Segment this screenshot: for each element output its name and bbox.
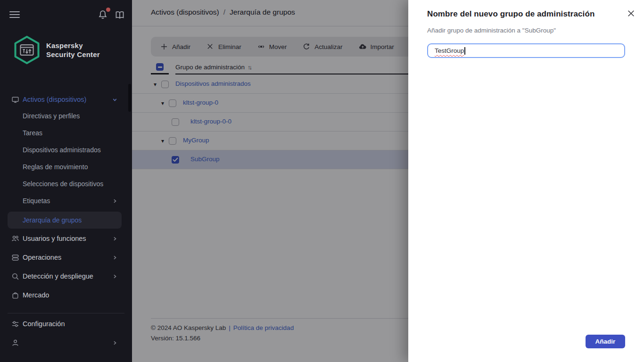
sidebar: Kaspersky Security Center Activos (dispo… bbox=[0, 0, 132, 362]
move-icon bbox=[257, 43, 265, 50]
row-checkbox[interactable] bbox=[161, 81, 169, 88]
move-button[interactable]: Mover bbox=[257, 43, 287, 50]
header-divider bbox=[132, 26, 408, 26]
table-row: ▾ kltst-group-0 bbox=[132, 94, 408, 113]
group-link[interactable]: kltst-group-0-0 bbox=[190, 118, 231, 125]
close-icon[interactable] bbox=[625, 8, 636, 19]
sidebar-item-selecciones-de-dispositivos[interactable]: Selecciones de dispositivos bbox=[0, 175, 132, 192]
hamburger-menu-icon[interactable] bbox=[9, 9, 20, 20]
x-icon bbox=[206, 43, 214, 50]
add-submit-button[interactable]: Añadir bbox=[586, 335, 625, 348]
sidebar-scrollbar-thumb[interactable] bbox=[128, 84, 131, 112]
sidebar-item-usuarios-y-funciones[interactable]: Usuarios y funciones bbox=[0, 231, 132, 246]
sliders-settings-icon bbox=[11, 320, 19, 328]
copyright-text: © 2024 AO Kaspersky Lab bbox=[151, 324, 226, 331]
expand-arrow-icon[interactable]: ▾ bbox=[154, 81, 157, 88]
row-checkbox[interactable] bbox=[172, 118, 179, 126]
kaspersky-logo: Kaspersky Security Center bbox=[13, 35, 100, 65]
sidebar-item-user-account[interactable] bbox=[0, 335, 132, 350]
sidebar-item-directivas-y-perfiles[interactable]: Directivas y perfiles bbox=[0, 107, 132, 124]
group-name-input[interactable]: TestGroup bbox=[427, 43, 625, 58]
app-title: Kaspersky Security Center bbox=[46, 41, 100, 59]
chevron-right-icon bbox=[112, 236, 118, 242]
drawer-title: Nombre del nuevo grupo de administración bbox=[427, 9, 614, 19]
documentation-book-icon[interactable] bbox=[115, 10, 125, 20]
version-text: Versión: 15.1.566 bbox=[151, 335, 294, 342]
group-link[interactable]: SubGroup bbox=[190, 156, 220, 163]
breadcrumb: Activos (dispositivos)/Jerarquía de grup… bbox=[151, 8, 295, 16]
main-content: Activos (dispositivos)/Jerarquía de grup… bbox=[132, 0, 408, 362]
header-underline bbox=[175, 74, 408, 74]
sidebar-item-dispositivos-administrados[interactable]: Dispositivos administrados bbox=[0, 141, 132, 158]
table-header: Grupo de administración↑↓ bbox=[132, 61, 408, 74]
page-footer: © 2024 AO Kaspersky Lab|Política de priv… bbox=[151, 324, 294, 342]
group-tree-table: ▾ Dispositivos administrados ▾ kltst-gro… bbox=[132, 75, 408, 169]
sort-icon[interactable]: ↑↓ bbox=[248, 64, 251, 71]
sidebar-item-reglas-de-movimiento[interactable]: Reglas de movimiento bbox=[0, 158, 132, 175]
sidebar-item-tareas[interactable]: Tareas bbox=[0, 124, 132, 141]
column-header-grupo-administracion[interactable]: Grupo de administración↑↓ bbox=[175, 64, 251, 71]
group-link[interactable]: MyGroup bbox=[183, 137, 209, 144]
chevron-right-icon bbox=[112, 198, 118, 204]
app-window: Kaspersky Security Center Activos (dispo… bbox=[0, 0, 644, 362]
sidebar-divider bbox=[8, 313, 124, 313]
notification-badge bbox=[106, 8, 110, 12]
cloud-upload-icon bbox=[359, 43, 366, 50]
table-row: ▾ MyGroup bbox=[132, 132, 408, 150]
toolbar: Añadir Eliminar Mover bbox=[151, 37, 408, 57]
footer-divider bbox=[151, 318, 408, 319]
select-all-checkbox-indeterminate[interactable] bbox=[156, 63, 164, 71]
privacy-policy-link[interactable]: Política de privacidad bbox=[233, 324, 294, 331]
delete-button[interactable]: Eliminar bbox=[206, 43, 241, 50]
group-link[interactable]: Dispositivos administrados bbox=[175, 80, 251, 87]
sidebar-item-configuracion[interactable]: Configuración bbox=[0, 316, 132, 331]
refresh-icon bbox=[303, 43, 310, 50]
person-icon bbox=[11, 339, 19, 347]
sidebar-item-jerarquia-de-grupos[interactable]: Jerarquía de grupos bbox=[8, 212, 122, 229]
chevron-right-icon bbox=[112, 273, 118, 280]
refresh-button[interactable]: Actualizar bbox=[303, 43, 342, 50]
kaspersky-hexagon-icon bbox=[13, 35, 41, 65]
expand-arrow-icon[interactable]: ▾ bbox=[161, 99, 164, 107]
row-checkbox[interactable] bbox=[169, 137, 176, 145]
table-row: ▾ Dispositivos administrados bbox=[132, 75, 408, 94]
layers-stack-icon bbox=[11, 254, 19, 262]
row-checkbox-checked[interactable] bbox=[172, 156, 179, 164]
notifications-bell-icon[interactable] bbox=[98, 9, 110, 21]
sidebar-item-deteccion-y-despliegue[interactable]: Detección y despliegue bbox=[0, 269, 132, 284]
chevron-right-icon bbox=[112, 340, 118, 346]
shopping-bag-icon bbox=[11, 291, 19, 299]
chevron-down-icon bbox=[112, 97, 118, 103]
search-icon bbox=[11, 272, 19, 280]
sidebar-item-operaciones[interactable]: Operaciones bbox=[0, 250, 132, 265]
group-link[interactable]: kltst-group-0 bbox=[183, 99, 218, 106]
chevron-right-icon bbox=[112, 255, 118, 261]
import-button[interactable]: Importar bbox=[359, 43, 394, 50]
table-row: kltst-group-0-0 bbox=[132, 113, 408, 132]
table-row-selected: SubGroup bbox=[132, 150, 408, 169]
sidebar-item-etiquetas[interactable]: Etiquetas bbox=[0, 192, 132, 209]
text-caret bbox=[464, 47, 465, 55]
row-checkbox[interactable] bbox=[169, 99, 176, 107]
breadcrumb-activos[interactable]: Activos (dispositivos) bbox=[151, 8, 219, 16]
sidebar-item-activos-dispositivos[interactable]: Activos (dispositivos) bbox=[0, 92, 132, 107]
new-group-drawer: Nombre del nuevo grupo de administración… bbox=[408, 0, 644, 362]
users-icon bbox=[11, 235, 19, 243]
sidebar-item-mercado[interactable]: Mercado bbox=[0, 288, 132, 303]
drawer-subtitle: Añadir grupo de administración a "SubGro… bbox=[427, 27, 556, 34]
expand-arrow-icon[interactable]: ▾ bbox=[161, 137, 164, 145]
plus-icon bbox=[160, 43, 168, 50]
group-name-value: TestGroup bbox=[435, 47, 464, 54]
add-button[interactable]: Añadir bbox=[160, 43, 190, 50]
header-underline-checkbox-col bbox=[151, 73, 169, 74]
breadcrumb-jerarquia: Jerarquía de grupos bbox=[230, 8, 295, 16]
monitor-icon bbox=[11, 96, 19, 104]
